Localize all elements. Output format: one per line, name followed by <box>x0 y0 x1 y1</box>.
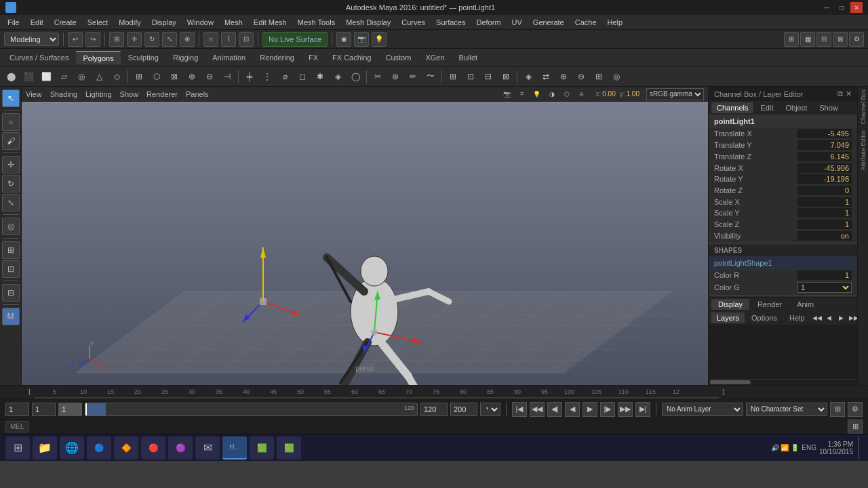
cube-btn[interactable]: ⬛ <box>20 68 37 85</box>
menu-window[interactable]: Window <box>182 17 218 28</box>
cb-tab-display[interactable]: Display <box>711 299 749 310</box>
bevel-btn[interactable]: ⬡ <box>149 68 165 85</box>
vp-panels[interactable]: Panels <box>186 90 209 98</box>
frame-max-field[interactable] <box>450 403 477 416</box>
cb-tab-anim[interactable]: Anim <box>790 299 821 310</box>
bridge-btn[interactable]: ⊠ <box>166 68 182 85</box>
shelf-btn[interactable]: ⚙ <box>849 32 864 47</box>
play-fwd-btn[interactable]: ▶ <box>583 402 597 417</box>
maya-icon-btn[interactable]: M <box>2 308 20 325</box>
sphere-btn[interactable]: ⬤ <box>3 68 19 85</box>
insert-loop-btn[interactable]: ╪ <box>241 68 258 85</box>
menu-deform[interactable]: Deform <box>471 17 505 28</box>
app-btn-3[interactable]: 🔴 <box>141 436 165 460</box>
select-ring-btn[interactable]: ◎ <box>608 68 625 85</box>
transform-btn[interactable]: ⊕ <box>180 32 195 47</box>
vp-cam-btn[interactable]: 📷 <box>501 88 513 100</box>
menu-mesh[interactable]: Mesh <box>220 17 248 28</box>
app-btn-2[interactable]: 🔶 <box>114 436 138 460</box>
cb-close-btn[interactable]: ✕ <box>846 89 852 98</box>
file-explorer-btn[interactable]: 📁 <box>33 436 57 460</box>
convert-selection-btn[interactable]: ⇄ <box>538 68 554 85</box>
connect-btn[interactable]: ⌀ <box>277 68 293 85</box>
rotate-tool-btn[interactable]: ↻ <box>2 175 20 192</box>
menu-file[interactable]: File <box>3 17 24 28</box>
scale-btn[interactable]: ⤡ <box>162 32 177 47</box>
menu-surfaces[interactable]: Surfaces <box>431 17 470 28</box>
browser-btn[interactable]: 🌐 <box>60 436 84 460</box>
undo-button[interactable]: ↩ <box>68 32 83 47</box>
menu-mesh-display[interactable]: Mesh Display <box>341 17 395 28</box>
mirror-btn[interactable]: ⊣ <box>219 68 235 85</box>
unfold-btn[interactable]: ⊡ <box>462 68 479 85</box>
cb-scrollbar[interactable] <box>709 379 857 385</box>
mel-label[interactable]: MEL <box>5 421 29 432</box>
fill-hole-btn[interactable]: ◻ <box>294 68 311 85</box>
cone-btn[interactable]: △ <box>91 68 107 85</box>
sculpt-btn[interactable]: ✏ <box>405 68 421 85</box>
tab-curves-surfaces[interactable]: Curves / Surfaces <box>3 52 75 64</box>
scale-tool-btn[interactable]: ⤡ <box>2 194 20 211</box>
status-btn1[interactable]: ⊞ <box>848 420 863 434</box>
vp-aa-btn[interactable]: A <box>576 88 588 100</box>
cb-tab-edit[interactable]: Edit <box>755 102 778 113</box>
select-btn[interactable]: ⊞ <box>109 32 124 47</box>
show-manip-btn[interactable]: ⊞ <box>2 241 20 259</box>
select-tool-btn[interactable]: ↖ <box>2 89 20 107</box>
app-btn-6[interactable]: 🟩 <box>277 436 301 460</box>
plane-btn[interactable]: ▱ <box>56 68 72 85</box>
menu-curves[interactable]: Curves <box>397 17 430 28</box>
tab-rigging[interactable]: Rigging <box>166 52 205 64</box>
menu-uv[interactable]: UV <box>507 17 527 28</box>
layer-prev-btn[interactable]: ◀◀ <box>812 312 823 323</box>
cb-scroll-thumb[interactable] <box>710 380 751 384</box>
tab-custom[interactable]: Custom <box>379 52 418 64</box>
circularize-btn[interactable]: ◯ <box>347 68 363 85</box>
snap-grid[interactable]: ⌗ <box>203 32 218 47</box>
menu-edit-mesh[interactable]: Edit Mesh <box>249 17 292 28</box>
menu-cache[interactable]: Cache <box>570 17 601 28</box>
menu-mesh-tools[interactable]: Mesh Tools <box>293 17 340 28</box>
gamma-select[interactable]: sRGB gamma <box>646 88 704 100</box>
grow-selection-btn[interactable]: ⊕ <box>555 68 572 85</box>
play-back-btn[interactable]: ◀ <box>565 402 580 417</box>
vp-tex-btn[interactable]: ⬡ <box>561 88 573 100</box>
char-set-btn2[interactable]: ⚙ <box>848 402 863 417</box>
cb-layers-btn[interactable]: Layers <box>711 312 745 323</box>
cb-options-btn[interactable]: Options <box>746 312 783 323</box>
app-btn-1[interactable]: 🔵 <box>87 436 111 460</box>
menu-generate[interactable]: Generate <box>528 17 569 28</box>
snap-btn[interactable]: ⊡ <box>2 260 20 278</box>
app-btn-4[interactable]: 🟣 <box>168 436 193 460</box>
layout-btn2[interactable]: ▦ <box>800 32 815 47</box>
close-button[interactable]: ✕ <box>850 2 863 13</box>
frame-marker-field[interactable] <box>58 403 82 416</box>
step-back-btn[interactable]: ◀| <box>547 402 562 417</box>
frame-rate-select[interactable]: ▼ <box>480 403 500 416</box>
vp-lighting[interactable]: Lighting <box>85 90 112 98</box>
tab-bullet[interactable]: Bullet <box>452 52 485 64</box>
multi-cut-btn[interactable]: ✂ <box>370 68 386 85</box>
select-loop-btn[interactable]: ⊞ <box>591 68 607 85</box>
mode-selector[interactable]: Modeling Rigging Animation FX Rendering <box>4 33 59 46</box>
uv-editor-btn[interactable]: ⊞ <box>445 68 461 85</box>
cb-tab-channels[interactable]: Channels <box>711 102 753 113</box>
tab-animation[interactable]: Animation <box>205 52 252 64</box>
relax-btn[interactable]: 〜 <box>422 68 439 85</box>
tab-fx-caching[interactable]: FX Caching <box>326 52 378 64</box>
cb-tab-object[interactable]: Object <box>780 102 812 113</box>
maya-taskbar-btn[interactable]: H... <box>222 436 247 460</box>
app-btn-5[interactable]: 🟩 <box>250 436 274 460</box>
tab-sculpting[interactable]: Sculpting <box>121 52 165 64</box>
move-tool-btn[interactable]: ✛ <box>2 156 20 174</box>
next-frame-btn[interactable]: ▶▶ <box>618 402 633 417</box>
layout-vis-btn[interactable]: ⊟ <box>2 284 20 302</box>
move-btn[interactable]: ✛ <box>127 32 142 47</box>
cb-help-btn[interactable]: Help <box>784 312 810 323</box>
layer-next-btn[interactable]: ▶ <box>836 312 847 323</box>
layout-btn4[interactable]: ⊠ <box>833 32 848 47</box>
char-set-select[interactable]: No Character Set <box>746 403 827 416</box>
color-g-select[interactable]: 1 <box>797 282 852 293</box>
menu-help[interactable]: Help <box>603 17 628 28</box>
soft-sel-btn[interactable]: ◎ <box>2 218 20 235</box>
